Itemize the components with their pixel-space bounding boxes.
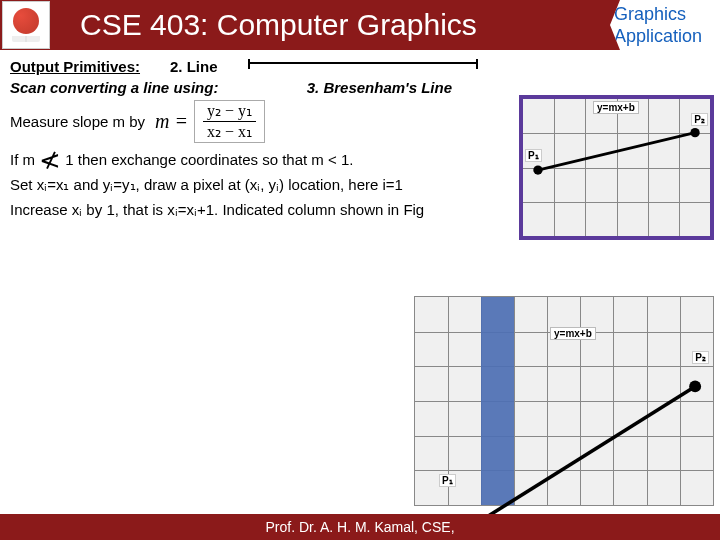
badge-line1: Graphics — [614, 3, 716, 25]
subtitle: Scan converting a line using: — [10, 79, 218, 96]
p1-label-small: P₁ — [525, 149, 542, 162]
svg-line-0 — [538, 133, 695, 170]
p1-label-large: P₁ — [439, 474, 456, 487]
eqn-label-small: y=mx+b — [593, 101, 639, 114]
badge-line2: Application — [614, 25, 716, 47]
footer-bar: Prof. Dr. A. H. M. Kamal, CSE, — [0, 514, 720, 540]
method-label: 3. Bresenham's Line — [307, 79, 452, 96]
topic-label: 2. Line — [170, 58, 218, 75]
topic-badge: Graphics Application — [610, 0, 720, 50]
p2-label-small: P₂ — [691, 113, 708, 126]
p2-label-large: P₂ — [692, 351, 709, 364]
line-segment-icon — [248, 62, 478, 64]
svg-point-2 — [690, 128, 699, 137]
slope-formula: m = y₂ − y₁ x₂ − x₁ — [155, 100, 265, 143]
university-logo — [2, 1, 50, 49]
svg-point-5 — [689, 380, 701, 392]
eqn-label-large: y=mx+b — [550, 327, 596, 340]
figure-small: y=mx+b P₁ P₂ — [519, 95, 714, 240]
measure-text: Measure slope m by — [10, 113, 145, 130]
formula-numerator: y₂ − y₁ — [203, 103, 256, 121]
footer-text: Prof. Dr. A. H. M. Kamal, CSE, — [265, 519, 454, 535]
header-bar: CSE 403: Computer Graphics Graphics Appl… — [0, 0, 720, 50]
section-label: Output Primitives: — [10, 58, 140, 75]
formula-denominator: x₂ − x₁ — [203, 122, 256, 140]
svg-point-1 — [533, 165, 542, 174]
figure-large: y=mx+b P₁ P₂ — [414, 296, 714, 506]
line-plot-small — [523, 99, 710, 286]
formula-lhs: m = — [155, 110, 188, 133]
